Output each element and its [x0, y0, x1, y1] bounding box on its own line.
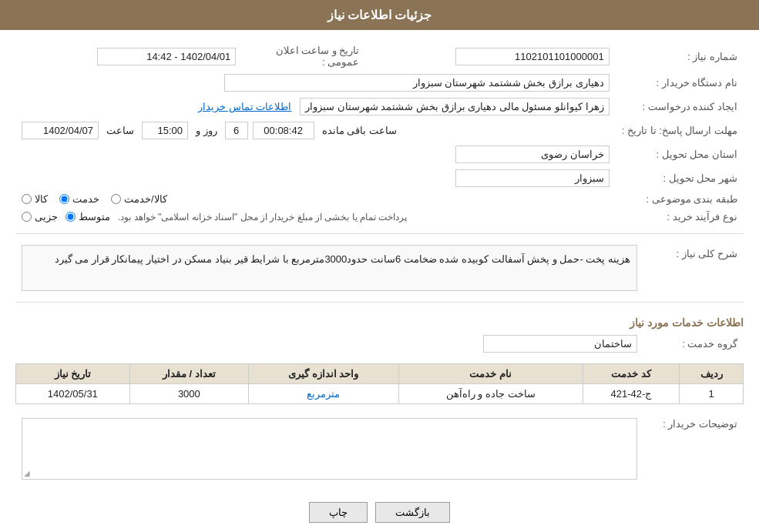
services-section-title: اطلاعات خدمات مورد نیاز [15, 310, 744, 332]
buyer-notes-value: ◢ [15, 412, 643, 483]
page-title: جزئیات اطلاعات نیاز [327, 8, 432, 22]
col-row: ردیف [680, 364, 744, 384]
col-qty: تعداد / مقدار [129, 364, 248, 384]
announce-date-label: تاریخ و ساعت اعلان عمومی : [242, 42, 365, 71]
deadline-days-box: 6 [225, 122, 248, 139]
province-box: خراسان رضوی [455, 146, 610, 163]
buyer-notes-row: توضیحات خریدار : ◢ [15, 412, 744, 483]
process-value: جزیی متوسط پرداخت تمام یا بخشی از مبلغ خ… [15, 208, 616, 226]
resize-handle: ◢ [24, 469, 30, 477]
requester-label: ایجاد کننده درخواست : [616, 95, 744, 119]
city-value: سبزوار [15, 166, 616, 190]
buyer-notes-table: توضیحات خریدار : ◢ [15, 412, 744, 483]
description-label: شرح کلی نیاز : [643, 242, 744, 294]
col-date: تاریخ نیاز [16, 364, 130, 384]
description-value: هزینه پخت -حمل و پخش آسفالت کوبیده شده ض… [15, 242, 643, 294]
radio-medium-label: متوسط [79, 211, 110, 223]
description-box: هزینه پخت -حمل و پخش آسفالت کوبیده شده ض… [22, 245, 637, 291]
service-group-box: ساختمان [483, 335, 637, 353]
deadline-remaining-box: 00:08:42 [253, 122, 314, 139]
page-header: جزئیات اطلاعات نیاز [0, 0, 759, 30]
buttons-row: بازگشت چاپ [15, 490, 744, 530]
radio-partial-label: جزیی [35, 211, 58, 223]
divider-2 [15, 302, 744, 303]
radio-service-input[interactable] [59, 194, 69, 204]
services-table-body: 1ج-42-421ساخت جاده و راه‌آهنمترمربع30001… [16, 384, 744, 404]
table-row: 1ج-42-421ساخت جاده و راه‌آهنمترمربع30001… [16, 384, 744, 404]
requester-value: زهرا کیوانلو مسئول مالی دهیاری برازق بخش… [15, 95, 616, 119]
back-button[interactable]: بازگشت [375, 502, 450, 523]
cell-name: ساخت جاده و راه‌آهن [398, 384, 583, 404]
radio-goods[interactable]: کالا [22, 193, 48, 205]
process-row: نوع فرآیند خرید : جزیی متوسط پرداخت تمام… [15, 208, 744, 226]
service-group-row: گروه خدمت : ساختمان [15, 332, 744, 356]
deadline-time-box: 15:00 [142, 122, 188, 139]
cell-date: 1402/05/31 [16, 384, 130, 404]
description-row: شرح کلی نیاز : هزینه پخت -حمل و پخش آسفا… [15, 242, 744, 294]
announce-date-value: 1402/04/01 - 14:42 [15, 42, 242, 71]
buyer-org-value: دهیاری برازق بخش ششتمد شهرستان سبزوار [15, 71, 616, 95]
radio-goods-service-input[interactable] [111, 194, 121, 204]
radio-medium[interactable]: متوسط [65, 211, 110, 223]
deadline-value: 1402/04/07 ساعت 15:00 روز و 6 00:08:42 س… [15, 119, 616, 142]
service-group-table: گروه خدمت : ساختمان [15, 332, 744, 356]
divider-1 [15, 233, 744, 234]
buyer-notes-box[interactable]: ◢ [22, 418, 637, 480]
need-number-value: 1102101101000001 [365, 42, 615, 71]
requester-row: ایجاد کننده درخواست : زهرا کیوانلو مسئول… [15, 95, 744, 119]
service-group-value: ساختمان [15, 332, 643, 356]
need-number-label: شماره نیاز : [616, 42, 744, 71]
need-number-box: 1102101101000001 [455, 48, 610, 65]
category-value: کالا خدمت کالا/خدمت [15, 190, 616, 208]
cell-quantity: 3000 [129, 384, 248, 404]
services-header-row: ردیف کد خدمت نام خدمت واحد اندازه گیری ت… [16, 364, 744, 384]
radio-partial[interactable]: جزیی [22, 211, 58, 223]
radio-goods-input[interactable] [22, 194, 32, 204]
need-number-row: شماره نیاز : 1102101101000001 تاریخ و سا… [15, 42, 744, 71]
page-wrapper: جزئیات اطلاعات نیاز شماره نیاز : 1102101… [0, 0, 759, 532]
col-unit: واحد اندازه گیری [249, 364, 399, 384]
days-label: روز و [196, 125, 217, 136]
deadline-date-box: 1402/04/07 [22, 122, 99, 139]
city-box: سبزوار [455, 169, 610, 187]
time-label: ساعت [106, 125, 134, 136]
description-table: شرح کلی نیاز : هزینه پخت -حمل و پخش آسفا… [15, 242, 744, 294]
main-content: شماره نیاز : 1102101101000001 تاریخ و سا… [0, 30, 759, 532]
buyer-org-box: دهیاری برازق بخش ششتمد شهرستان سبزوار [224, 74, 610, 92]
category-label: طبقه بندی موضوعی : [616, 190, 744, 208]
province-row: استان محل تحویل : خراسان رضوی [15, 142, 744, 166]
category-row: طبقه بندی موضوعی : کالا خدمت کالا/خدمت [15, 190, 744, 208]
deadline-label: مهلت ارسال پاسخ: تا تاریخ : [616, 119, 744, 142]
process-label: نوع فرآیند خرید : [616, 208, 744, 226]
col-code: کد خدمت [583, 364, 680, 384]
cell-row: 1 [680, 384, 744, 404]
province-label: استان محل تحویل : [616, 142, 744, 166]
province-value: خراسان رضوی [15, 142, 616, 166]
print-button[interactable]: چاپ [309, 502, 368, 523]
remaining-label: ساعت باقی مانده [322, 125, 397, 136]
contact-link[interactable]: اطلاعات تماس خریدار [198, 101, 291, 112]
radio-goods-label: کالا [35, 193, 48, 205]
radio-partial-input[interactable] [22, 212, 32, 222]
radio-service[interactable]: خدمت [59, 193, 99, 205]
radio-medium-input[interactable] [65, 212, 76, 222]
radio-service-label: خدمت [72, 193, 99, 205]
service-group-label: گروه خدمت : [643, 332, 744, 356]
buyer-notes-label: توضیحات خریدار : [643, 412, 744, 483]
top-info-table: شماره نیاز : 1102101101000001 تاریخ و سا… [15, 42, 744, 226]
announce-date-box: 1402/04/01 - 14:42 [97, 48, 236, 65]
buyer-org-label: نام دستگاه خریدار : [616, 71, 744, 95]
cell-code: ج-42-421 [583, 384, 680, 404]
radio-goods-service-label: کالا/خدمت [124, 193, 167, 205]
deadline-row: مهلت ارسال پاسخ: تا تاریخ : 1402/04/07 س… [15, 119, 744, 142]
city-label: شهر محل تحویل : [616, 166, 744, 190]
buyer-org-row: نام دستگاه خریدار : دهیاری برازق بخش ششت… [15, 71, 744, 95]
radio-goods-service[interactable]: کالا/خدمت [111, 193, 167, 205]
city-row: شهر محل تحویل : سبزوار [15, 166, 744, 190]
col-name: نام خدمت [398, 364, 583, 384]
services-data-table: ردیف کد خدمت نام خدمت واحد اندازه گیری ت… [15, 363, 744, 404]
requester-box: زهرا کیوانلو مسئول مالی دهیاری برازق بخش… [300, 98, 610, 115]
services-table-header: ردیف کد خدمت نام خدمت واحد اندازه گیری ت… [16, 364, 744, 384]
process-note: پرداخت تمام یا بخشی از مبلغ خریدار از مح… [118, 212, 407, 223]
cell-unit: مترمربع [249, 384, 399, 404]
